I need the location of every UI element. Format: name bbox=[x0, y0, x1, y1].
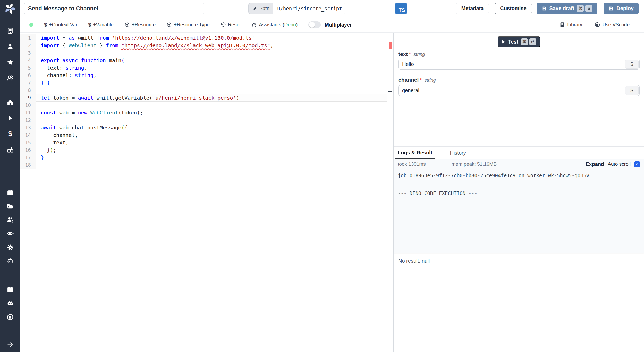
path-chip[interactable]: Path u/henri/sincere_script bbox=[248, 3, 346, 14]
code-line[interactable]: 2import { WebClient } from "https://deno… bbox=[20, 42, 393, 49]
undo-icon bbox=[221, 22, 226, 28]
code-line[interactable]: 10 bbox=[20, 102, 393, 109]
top-bar: Path u/henri/sincere_script TS Metadata … bbox=[20, 0, 644, 17]
line-number: 10 bbox=[20, 102, 36, 109]
run-meta-bar: took 1391ms mem peak: 51.16MB Expand Aut… bbox=[394, 159, 644, 169]
code-line[interactable]: 8 bbox=[20, 87, 393, 94]
indent-guide bbox=[41, 124, 41, 131]
metadata-label: Metadata bbox=[461, 5, 484, 11]
save-draft-button[interactable]: Save draft ⌘ S bbox=[537, 3, 598, 14]
use-vscode-button[interactable]: Use VScode bbox=[595, 22, 630, 28]
path-value[interactable]: u/henri/sincere_script bbox=[273, 3, 346, 14]
code-line[interactable]: 5 text: string, bbox=[20, 64, 393, 72]
line-number: 2 bbox=[20, 42, 36, 49]
test-label: Test bbox=[508, 39, 518, 45]
add-context-var-button[interactable]: $ +Context Var bbox=[44, 22, 77, 28]
log-line: job 018963e5-9f12-7cb0-bb80-25ce904fe1c9… bbox=[398, 173, 640, 178]
script-title-input[interactable] bbox=[24, 3, 204, 14]
tab-history[interactable]: History bbox=[450, 147, 466, 159]
code-line[interactable]: 17} bbox=[20, 154, 393, 161]
reset-button[interactable]: Reset bbox=[221, 22, 241, 28]
tab-logs-result[interactable]: Logs & Result bbox=[395, 147, 435, 159]
code-line[interactable]: 4export async function main( bbox=[20, 57, 393, 64]
multiplayer-toggle[interactable] bbox=[308, 21, 321, 28]
test-button[interactable]: Test ⌘ ↵ bbox=[498, 36, 540, 47]
users-icon[interactable] bbox=[6, 74, 14, 82]
required-mark: * bbox=[420, 77, 422, 83]
deploy-button[interactable]: Deploy bbox=[604, 3, 639, 14]
required-mark: * bbox=[409, 51, 411, 57]
arrow-right-icon[interactable] bbox=[6, 341, 14, 348]
cube-icon bbox=[166, 22, 172, 28]
path-label: Path bbox=[259, 6, 269, 11]
book-icon[interactable] bbox=[6, 286, 14, 294]
calendar-icon[interactable] bbox=[6, 189, 14, 196]
error-marker bbox=[389, 42, 392, 49]
line-number: 13 bbox=[20, 124, 36, 131]
gear-icon[interactable] bbox=[6, 243, 14, 251]
add-variable-button[interactable]: $ +Variable bbox=[88, 22, 114, 28]
expand-button[interactable]: Expand bbox=[586, 161, 604, 167]
indent-guide bbox=[41, 72, 41, 79]
robot-icon[interactable] bbox=[6, 257, 14, 265]
code-lines: 1import * as wmill from 'https://deno.la… bbox=[20, 34, 393, 169]
save-draft-label: Save draft bbox=[549, 5, 574, 11]
save-icon bbox=[542, 6, 547, 11]
code-line[interactable]: 16 }); bbox=[20, 146, 393, 154]
code-line[interactable]: 11const web = new WebClient(token); bbox=[20, 109, 393, 116]
play-icon bbox=[502, 40, 505, 44]
code-line[interactable]: 15 text, bbox=[20, 139, 393, 146]
indent-guide bbox=[41, 87, 41, 94]
line-number: 9 bbox=[20, 94, 36, 102]
line-number: 14 bbox=[20, 131, 36, 139]
indent-guide bbox=[47, 131, 47, 139]
assistants-button[interactable]: Assistants (Deno) bbox=[251, 22, 298, 28]
github-icon[interactable] bbox=[6, 313, 14, 321]
code-line[interactable]: 1import * as wmill from 'https://deno.la… bbox=[20, 34, 393, 42]
folder-icon[interactable] bbox=[6, 202, 14, 210]
cubes-icon[interactable] bbox=[6, 146, 14, 153]
line-number: 15 bbox=[20, 139, 36, 146]
customise-button[interactable]: Customise bbox=[495, 3, 532, 14]
windmill-logo[interactable] bbox=[4, 3, 16, 14]
indent-guide bbox=[41, 116, 41, 124]
logs-tabs: Logs & Result History bbox=[394, 147, 644, 159]
add-resource-type-button[interactable]: +Resource Type bbox=[166, 22, 210, 28]
star-icon[interactable] bbox=[6, 58, 14, 66]
library-button[interactable]: Library bbox=[560, 22, 582, 28]
dollar-icon: $ bbox=[44, 22, 47, 28]
eye-icon[interactable] bbox=[6, 230, 14, 237]
metadata-button[interactable]: Metadata bbox=[456, 3, 489, 14]
field-type: string bbox=[414, 52, 425, 57]
status-dot bbox=[29, 23, 33, 27]
line-number: 7 bbox=[20, 79, 36, 87]
code-line[interactable]: 14 channel, bbox=[20, 131, 393, 139]
code-line[interactable]: 12 bbox=[20, 116, 393, 124]
building-icon[interactable] bbox=[6, 27, 14, 35]
code-line[interactable]: 13await web.chat.postMessage({ bbox=[20, 124, 393, 131]
code-line[interactable]: 6 channel: string, bbox=[20, 72, 393, 79]
code-line[interactable]: 3 bbox=[20, 49, 393, 57]
person-icon[interactable] bbox=[6, 43, 14, 50]
add-resource-button[interactable]: +Resource bbox=[124, 22, 156, 28]
code-line[interactable]: 7) { bbox=[20, 79, 393, 87]
code-line[interactable]: 18 bbox=[20, 161, 393, 169]
code-line[interactable]: 9let token = await wmill.getVariable('u/… bbox=[20, 94, 393, 102]
autoscroll-checkbox[interactable]: ✓ bbox=[634, 161, 640, 167]
field-name-text: text bbox=[398, 51, 408, 57]
indent-guide bbox=[41, 64, 41, 72]
insert-variable-button[interactable]: $ bbox=[625, 86, 639, 95]
code-editor[interactable]: 1import * as wmill from 'https://deno.la… bbox=[20, 33, 394, 352]
insert-variable-button[interactable]: $ bbox=[625, 60, 639, 69]
users-gear-icon[interactable] bbox=[6, 216, 14, 224]
channel-field-input[interactable] bbox=[399, 88, 624, 94]
play-icon[interactable] bbox=[6, 114, 14, 122]
run-mem-peak: mem peak: 51.16MB bbox=[452, 161, 497, 167]
line-number: 12 bbox=[20, 116, 36, 124]
dollar-icon[interactable]: $ bbox=[6, 130, 14, 138]
home-icon[interactable] bbox=[6, 98, 14, 106]
text-field-input[interactable] bbox=[399, 61, 624, 67]
current-line-marker bbox=[388, 91, 392, 92]
discord-icon[interactable] bbox=[6, 299, 14, 307]
resource-label: +Resource bbox=[132, 22, 156, 28]
